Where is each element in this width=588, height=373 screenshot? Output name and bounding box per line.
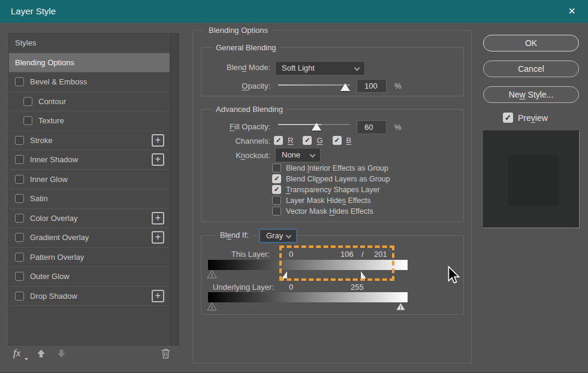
- effect-checkbox[interactable]: [15, 77, 24, 86]
- blending-option-checkbox[interactable]: [272, 196, 281, 205]
- blending-option-row[interactable]: ✓ Transparency Shapes Layer: [272, 185, 390, 194]
- style-list-item[interactable]: Satin: [9, 189, 170, 209]
- channel-checkbox[interactable]: ✓: [333, 136, 342, 145]
- preview-toggle[interactable]: ✓ Preview: [503, 113, 548, 123]
- effect-checkbox[interactable]: [15, 175, 24, 184]
- knockout-dropdown[interactable]: None: [275, 148, 321, 162]
- effect-checkbox[interactable]: [15, 136, 24, 145]
- style-list-item[interactable]: Outer Glow: [9, 267, 170, 287]
- sidebar-scrollbar[interactable]: [170, 33, 179, 345]
- add-effect-plus-button[interactable]: +: [152, 134, 164, 147]
- underlying-layer-label: Underlying Layer:: [201, 283, 274, 292]
- effect-checkbox[interactable]: [15, 214, 24, 223]
- add-effect-plus-button[interactable]: +: [152, 290, 164, 302]
- fill-opacity-label: Fill Opacity:: [201, 122, 270, 131]
- effect-checkbox[interactable]: [15, 272, 24, 281]
- cancel-button[interactable]: Cancel: [483, 60, 579, 77]
- underlying-layer-gradient-ramp[interactable]: [208, 292, 408, 302]
- effect-checkbox[interactable]: [23, 116, 32, 125]
- panel-title: Blending Options: [204, 26, 272, 35]
- preview-label: Preview: [518, 113, 548, 123]
- style-list-item[interactable]: Pattern Overlay: [9, 248, 170, 268]
- blending-option-checkbox[interactable]: [272, 207, 281, 216]
- style-list-item[interactable]: Drop Shadow +: [9, 287, 170, 307]
- layer-style-dialog: Layer Style × Styles Blending Options Be…: [0, 0, 588, 373]
- opacity-slider-thumb[interactable]: [340, 83, 350, 91]
- style-list-item-label: Gradient Overlay: [30, 233, 89, 242]
- style-list-item-label: Stroke: [30, 136, 53, 145]
- highlight-annotation-box: [279, 245, 394, 281]
- style-list-item-label: Bevel & Emboss: [30, 77, 87, 86]
- add-effect-plus-button[interactable]: +: [152, 231, 164, 244]
- style-list-item-label: Pattern Overlay: [30, 253, 84, 262]
- add-effect-plus-button[interactable]: +: [152, 212, 164, 225]
- preview-checkbox[interactable]: ✓: [503, 113, 513, 123]
- title-bar[interactable]: Layer Style ×: [0, 0, 588, 23]
- fill-opacity-slider[interactable]: [278, 123, 350, 132]
- styles-sidebar: Styles Blending Options Bevel & Emboss C…: [8, 33, 170, 345]
- channel-checkbox[interactable]: ✓: [303, 136, 312, 145]
- fill-opacity-slider-thumb[interactable]: [312, 123, 321, 131]
- channel-toggle[interactable]: ✓ B: [333, 136, 352, 145]
- this-layer-black-slider[interactable]: [207, 270, 217, 281]
- style-list-item-label: Outer Glow: [30, 272, 70, 281]
- move-effect-down-button[interactable]: [56, 348, 67, 361]
- blending-option-row[interactable]: Layer Mask Hides Effects: [272, 196, 390, 205]
- style-list-item[interactable]: Styles: [9, 34, 170, 53]
- effect-checkbox[interactable]: [15, 292, 24, 301]
- style-list-item[interactable]: Texture: [9, 111, 170, 131]
- blend-if-dropdown[interactable]: Gray: [259, 229, 297, 243]
- blending-option-checkbox[interactable]: [272, 163, 281, 172]
- style-list-item[interactable]: Blending Options: [9, 53, 170, 73]
- move-effect-up-button[interactable]: [36, 348, 46, 361]
- ok-button[interactable]: OK: [483, 35, 579, 51]
- general-blending-legend: General Blending: [212, 43, 280, 53]
- style-list-item[interactable]: Stroke +: [9, 131, 170, 151]
- effect-checkbox[interactable]: [15, 155, 24, 164]
- effect-checkbox[interactable]: [15, 253, 24, 262]
- blending-option-label: Layer Mask Hides Effects: [286, 196, 371, 205]
- chevron-down-icon: [310, 152, 316, 158]
- blending-option-label: Transparency Shapes Layer: [286, 186, 380, 194]
- style-list-item[interactable]: Contour: [9, 92, 170, 112]
- opacity-field[interactable]: 100: [357, 79, 387, 93]
- effect-checkbox[interactable]: [15, 194, 24, 203]
- fx-caret-icon: [25, 358, 28, 360]
- channel-toggle[interactable]: ✓ G: [303, 136, 322, 145]
- effect-checkbox[interactable]: [15, 233, 24, 242]
- opacity-slider[interactable]: [278, 83, 350, 93]
- new-style-button[interactable]: New Style...: [483, 86, 579, 103]
- blend-mode-value: Soft Light: [282, 63, 315, 72]
- style-list-item[interactable]: Inner Shadow +: [9, 150, 170, 170]
- underlying-white-slider[interactable]: [396, 302, 406, 313]
- opacity-slider-track[interactable]: [278, 84, 350, 86]
- blending-option-checkbox[interactable]: ✓: [272, 174, 281, 183]
- close-icon[interactable]: ×: [562, 0, 582, 23]
- blending-option-row[interactable]: Vector Mask Hides Effects: [272, 207, 390, 216]
- chevron-down-icon: [354, 65, 360, 71]
- blending-option-row[interactable]: Blend Interior Effects as Group: [272, 163, 390, 172]
- channel-toggle[interactable]: ✓ R: [274, 136, 293, 145]
- style-list-item[interactable]: Gradient Overlay +: [9, 228, 170, 248]
- style-list-item[interactable]: Color Overlay +: [9, 209, 170, 229]
- opacity-percent-label: %: [394, 81, 402, 90]
- channels-row: ✓ R ✓ G ✓ B: [274, 136, 351, 145]
- channel-checkbox[interactable]: ✓: [274, 136, 283, 145]
- blend-mode-dropdown[interactable]: Soft Light: [275, 61, 365, 75]
- style-list-item[interactable]: Inner Glow: [9, 170, 170, 190]
- blending-option-row[interactable]: ✓ Blend Clipped Layers as Group: [272, 174, 390, 183]
- delete-effect-button[interactable]: [161, 348, 171, 362]
- style-list-item-label: Styles: [15, 38, 36, 47]
- add-effect-plus-button[interactable]: +: [152, 153, 164, 166]
- advanced-blending-group: Advanced Blending Fill Opacity: 60 % Cha…: [201, 109, 464, 222]
- blend-if-label: Blend If:: [216, 231, 253, 240]
- style-list-item[interactable]: Bevel & Emboss: [9, 72, 170, 92]
- blending-option-checkbox[interactable]: ✓: [272, 185, 281, 194]
- advanced-options-list: Blend Interior Effects as Group ✓ Blend …: [272, 163, 390, 217]
- channel-label: R: [288, 136, 293, 145]
- fx-menu-button[interactable]: fx: [13, 347, 20, 359]
- effect-checkbox[interactable]: [23, 97, 32, 106]
- underlying-black-slider[interactable]: [207, 302, 217, 313]
- fill-opacity-field[interactable]: 60: [357, 120, 387, 134]
- style-preview-inner-square: [508, 155, 558, 205]
